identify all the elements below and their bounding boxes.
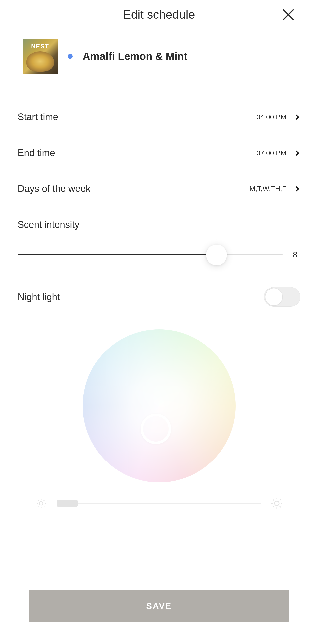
product-header: Amalfi Lemon & Mint (0, 34, 318, 79)
brightness-high-icon (271, 497, 283, 509)
start-time-label: Start time (18, 112, 58, 122)
brightness-slider[interactable] (57, 503, 261, 504)
svg-line-19 (280, 499, 281, 500)
start-time-row[interactable]: Start time 04:00 PM (0, 99, 318, 135)
intensity-section: Scent intensity 8 (0, 207, 318, 267)
end-time-row[interactable]: End time 07:00 PM (0, 135, 318, 171)
brightness-slider-thumb[interactable] (57, 500, 78, 507)
svg-line-9 (38, 506, 39, 507)
intensity-label: Scent intensity (18, 219, 300, 230)
night-light-label: Night light (18, 292, 60, 302)
product-name: Amalfi Lemon & Mint (83, 50, 187, 62)
start-time-value: 04:00 PM (256, 113, 286, 121)
brightness-row (18, 492, 300, 520)
page-title: Edit schedule (123, 8, 195, 21)
toggle-thumb (265, 288, 283, 306)
intensity-slider-fill (18, 254, 217, 255)
svg-line-18 (273, 506, 274, 507)
svg-line-16 (273, 499, 274, 500)
svg-line-17 (280, 506, 281, 507)
night-light-section: Night light (0, 267, 318, 532)
days-row[interactable]: Days of the week M,T,W,TH,F (0, 171, 318, 207)
end-time-value: 07:00 PM (256, 149, 286, 157)
save-button[interactable]: SAVE (29, 590, 289, 622)
header: Edit schedule (0, 0, 318, 34)
color-wheel-wrap (18, 322, 300, 492)
close-button[interactable] (281, 8, 295, 22)
svg-point-11 (275, 501, 279, 506)
product-image (23, 39, 58, 74)
night-light-toggle[interactable] (264, 287, 300, 307)
night-light-row: Night light (18, 287, 300, 307)
intensity-slider[interactable] (18, 254, 283, 255)
chevron-right-icon (294, 150, 300, 156)
color-wheel[interactable] (83, 329, 236, 482)
days-label: Days of the week (18, 183, 90, 194)
chevron-right-icon (294, 114, 300, 120)
svg-line-7 (38, 500, 39, 501)
brightness-low-icon (35, 497, 47, 509)
days-value: M,T,W,TH,F (249, 185, 286, 193)
intensity-value: 8 (293, 250, 300, 260)
end-time-label: End time (18, 148, 55, 158)
svg-line-10 (44, 500, 44, 501)
end-time-value-wrap: 07:00 PM (256, 149, 300, 157)
status-indicator (68, 54, 73, 59)
intensity-slider-thumb[interactable] (206, 245, 227, 265)
color-selector-handle[interactable] (141, 414, 171, 444)
days-value-wrap: M,T,W,TH,F (249, 185, 300, 193)
close-icon (282, 8, 295, 21)
svg-line-8 (44, 506, 44, 507)
svg-point-2 (39, 502, 43, 505)
intensity-slider-row: 8 (18, 250, 300, 260)
start-time-value-wrap: 04:00 PM (256, 113, 300, 121)
chevron-right-icon (294, 186, 300, 192)
